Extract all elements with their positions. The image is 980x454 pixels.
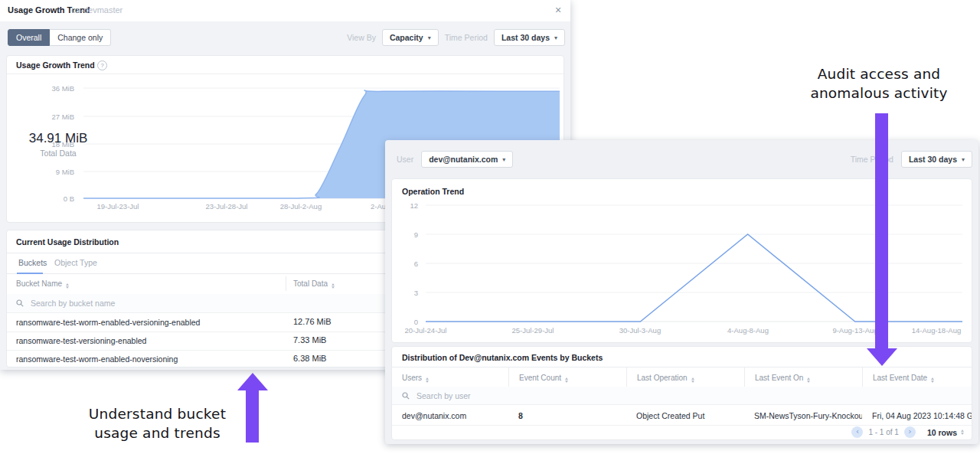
events-table-row[interactable]: dev@nutanix.com 8 Object Created Put SM-… [392,405,972,426]
column-label: Last Event On [755,374,803,382]
column-last-event-date[interactable]: Last Event Date [862,367,972,387]
pagination-range: 1 - 1 of 1 [868,428,898,436]
y-tick: 6 [398,260,418,268]
chevron-down-icon: ▾ [962,156,965,163]
audit-toolbar: User dev@nutanix.com ▾ Time Period Last … [385,140,978,178]
sort-icon [961,430,964,435]
column-label: Event Count [519,374,561,382]
bucket-name: ransomware-test-worm-enabled-noversionin… [16,354,178,364]
y-tick: 9 MiB [22,168,74,176]
sort-icon [807,377,810,383]
x-tick: 30-Jul-3-Aug [606,326,675,335]
column-label: Last Event Date [873,374,927,382]
column-event-count[interactable]: Event Count [508,367,626,387]
user-search-input[interactable] [415,390,586,401]
chevron-down-icon: ▾ [554,34,557,41]
sort-icon [565,377,568,383]
y-tick: 12 [398,201,418,210]
cell-last-operation: Object Created Put [626,405,744,425]
y-tick: 9 [398,230,418,239]
screenshot-canvas: Usage Growth Trend oa-devmaster × Overal… [0,0,980,454]
time-period-dropdown[interactable]: Last 30 days ▾ [494,29,565,46]
column-total-data[interactable]: Total Data [293,279,335,289]
cell-last-event-date: Fri, 04 Aug 2023 10:14:48 GMT [862,405,972,425]
bucket-total: 12.76 MiB [293,317,332,326]
left-toolbar: View By Capacity ▾ Time Period Last 30 d… [347,29,565,46]
annotation-audit-access: Audit access and anomalous activity [781,64,977,103]
cell-user: dev@nutanix.com [392,405,508,425]
up-arrow-icon [237,373,268,390]
x-tick: 28-Jul-2-Aug [266,202,335,211]
sort-icon [426,377,429,383]
chevron-down-icon: ▾ [502,156,505,163]
user-search-row [392,387,972,405]
x-tick: 19-Jul-23-Jul [83,202,152,211]
audit-panel: User dev@nutanix.com ▾ Time Period Last … [385,140,978,444]
annotation-line: Audit access and [781,64,977,83]
pagination: ‹ 1 - 1 of 1 › 10 rows [851,426,964,438]
x-tick: 4-Aug-8-Aug [714,326,782,335]
up-arrow-shaft [246,390,259,443]
y-tick: 3 [398,289,418,297]
sort-icon [332,283,335,289]
column-label: Bucket Name [16,279,62,288]
view-by-label: View By [347,33,376,42]
cell-last-event-on: SM-NewsTyson-Fury-Knockoutj... [744,405,862,425]
y-tick: 36 MiB [22,84,74,93]
distribution-title: Current Usage Distribution [16,237,119,247]
bucket-search-input[interactable] [29,298,224,309]
help-icon[interactable]: ? [97,60,107,70]
annotation-bucket-usage: Understand bucket usage and trends [60,404,255,443]
column-label: Total Data [293,279,328,288]
chart-title: Usage Growth Trend [16,60,95,70]
cell-event-count: 8 [508,405,626,425]
x-tick: 14-Aug-18-Aug [902,326,971,335]
events-table-title: Distribution of Dev@nutanix.com Events b… [402,353,603,362]
panel-subtitle: oa-devmaster [71,5,122,15]
column-users[interactable]: Users [392,367,508,387]
page-next-button[interactable]: › [904,426,916,438]
close-icon[interactable]: × [550,2,566,18]
annotation-line: usage and trends [60,423,255,443]
operation-trend-title: Operation Trend [402,187,464,196]
annotation-line: anomalous activity [781,83,977,103]
y-tick: 0 [398,318,418,326]
tab-overall[interactable]: Overall [8,29,50,46]
page-prev-button[interactable]: ‹ [851,426,863,438]
y-tick: 18 MiB [22,140,74,149]
view-by-dropdown[interactable]: Capacity ▾ [382,29,439,46]
user-dropdown[interactable]: dev@nutanix.com ▾ [421,151,513,168]
column-label: Users [402,374,422,382]
column-divider [286,276,286,291]
x-tick: 23-Jul-28-Jul [192,202,261,211]
bucket-total: 6.38 MiB [293,354,326,363]
column-last-operation[interactable]: Last Operation [626,367,744,387]
search-icon [16,299,24,307]
column-label: Last Operation [637,374,688,382]
events-table-header: Users Event Count Last Operation Last Ev… [392,367,972,388]
column-last-event-on[interactable]: Last Event On [744,367,862,387]
y-tick: 0 B [22,194,74,203]
user-value: dev@nutanix.com [429,155,498,164]
tab-buckets[interactable]: Buckets [18,258,47,267]
time-period-value: Last 30 days [909,155,957,164]
time-period-dropdown[interactable]: Last 30 days ▾ [901,151,972,168]
time-period-value: Last 30 days [501,33,550,42]
bucket-total: 7.33 MiB [293,335,326,345]
rows-per-page-select[interactable]: 10 rows [927,428,964,437]
chart-card-header: Usage Growth Trend ? [7,56,564,74]
down-arrow-icon [867,348,897,366]
x-tick: 25-Jul-29-Jul [498,326,567,335]
column-bucket-name[interactable]: Bucket Name [16,279,69,289]
tab-change-only[interactable]: Change only [50,29,111,46]
y-tick: 27 MiB [22,113,74,121]
sort-icon [66,283,69,289]
time-period-label: Time Period [445,33,488,42]
sort-icon [691,377,694,383]
annotation-line: Understand bucket [60,404,255,423]
chevron-down-icon: ▾ [428,34,431,41]
search-icon [402,392,410,400]
tab-object-type[interactable]: Object Type [54,258,97,267]
view-by-value: Capacity [390,33,423,42]
user-label: User [397,155,413,164]
